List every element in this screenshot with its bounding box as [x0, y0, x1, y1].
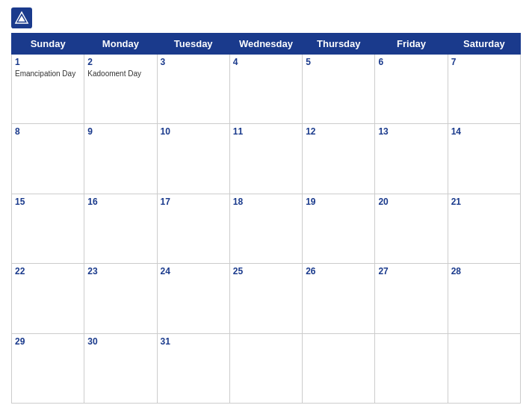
- calendar-day-cell: 23: [84, 264, 157, 333]
- calendar-day-cell: 6: [375, 55, 448, 124]
- calendar-day-cell: 14: [448, 124, 520, 194]
- day-number: 24: [161, 266, 226, 276]
- col-sunday: Sunday: [12, 34, 84, 55]
- day-number: 25: [233, 266, 299, 276]
- calendar-day-cell: 26: [303, 264, 375, 333]
- col-thursday: Thursday: [303, 34, 375, 55]
- day-number: 12: [306, 126, 371, 137]
- day-number: 7: [451, 57, 517, 67]
- day-number: 18: [233, 197, 299, 207]
- calendar-day-cell: 2Kadooment Day: [84, 55, 157, 124]
- day-number: 4: [233, 57, 299, 67]
- calendar-day-cell: [303, 333, 375, 403]
- day-number: 19: [306, 197, 371, 207]
- day-number: 8: [15, 126, 81, 137]
- holiday-label: Emancipation Day: [15, 69, 81, 78]
- calendar-week-row: 15161718192021: [12, 194, 521, 263]
- day-number: 16: [87, 197, 153, 207]
- calendar-day-cell: 30: [84, 333, 157, 403]
- calendar-day-cell: 31: [157, 333, 229, 403]
- calendar-day-cell: 12: [303, 124, 375, 194]
- calendar-day-cell: 5: [303, 55, 375, 124]
- day-number: 26: [306, 266, 371, 276]
- calendar-day-cell: 16: [84, 194, 157, 263]
- day-number: 14: [451, 126, 517, 137]
- calendar-day-cell: 15: [12, 194, 84, 263]
- col-saturday: Saturday: [448, 34, 520, 55]
- general-blue-logo-icon: [11, 7, 32, 28]
- calendar-day-cell: [448, 333, 520, 403]
- day-number: 2: [87, 57, 153, 67]
- calendar-day-cell: 10: [157, 124, 229, 194]
- day-number: 1: [15, 57, 81, 67]
- calendar-day-cell: 11: [229, 124, 302, 194]
- day-number: 27: [378, 266, 444, 276]
- calendar-day-cell: [229, 333, 302, 403]
- day-number: 29: [15, 336, 81, 347]
- calendar-day-cell: [375, 333, 448, 403]
- calendar-day-cell: 24: [157, 264, 229, 333]
- calendar-day-cell: 7: [448, 55, 520, 124]
- calendar-week-row: 293031: [12, 333, 521, 403]
- calendar-day-cell: 17: [157, 194, 229, 263]
- day-number: 17: [161, 197, 226, 207]
- calendar-day-cell: 3: [157, 55, 229, 124]
- calendar-day-cell: 27: [375, 264, 448, 333]
- calendar-day-cell: 22: [12, 264, 84, 333]
- calendar-week-row: 891011121314: [12, 124, 521, 194]
- day-number: 5: [306, 57, 371, 67]
- calendar-day-cell: 18: [229, 194, 302, 263]
- calendar-day-cell: 8: [12, 124, 84, 194]
- col-friday: Friday: [375, 34, 448, 55]
- calendar-day-cell: 19: [303, 194, 375, 263]
- col-monday: Monday: [84, 34, 157, 55]
- calendar-week-row: 1Emancipation Day2Kadooment Day34567: [12, 55, 521, 124]
- calendar-day-cell: 21: [448, 194, 520, 263]
- calendar-day-cell: 1Emancipation Day: [12, 55, 84, 124]
- day-number: 11: [233, 126, 299, 137]
- day-number: 10: [161, 126, 226, 137]
- calendar-day-cell: 20: [375, 194, 448, 263]
- day-number: 3: [161, 57, 226, 67]
- day-number: 9: [87, 126, 153, 137]
- calendar-day-cell: 9: [84, 124, 157, 194]
- calendar-day-cell: 28: [448, 264, 520, 333]
- col-wednesday: Wednesday: [229, 34, 302, 55]
- day-number: 23: [87, 266, 153, 276]
- day-number: 15: [15, 197, 81, 207]
- day-number: 22: [15, 266, 81, 276]
- holiday-label: Kadooment Day: [87, 69, 153, 78]
- day-number: 28: [451, 266, 517, 276]
- day-number: 31: [161, 336, 226, 347]
- calendar-day-cell: 25: [229, 264, 302, 333]
- day-number: 13: [378, 126, 444, 137]
- calendar-day-cell: 29: [12, 333, 84, 403]
- day-number: 21: [451, 197, 517, 207]
- calendar-day-cell: 4: [229, 55, 302, 124]
- col-tuesday: Tuesday: [157, 34, 229, 55]
- calendar-table: Sunday Monday Tuesday Wednesday Thursday…: [11, 33, 521, 404]
- day-number: 6: [378, 57, 444, 67]
- calendar-header: [11, 7, 521, 28]
- logo-area: [11, 7, 35, 28]
- calendar-day-cell: 13: [375, 124, 448, 194]
- calendar-week-row: 22232425262728: [12, 264, 521, 333]
- weekday-header-row: Sunday Monday Tuesday Wednesday Thursday…: [12, 34, 521, 55]
- day-number: 20: [378, 197, 444, 207]
- day-number: 30: [87, 336, 153, 347]
